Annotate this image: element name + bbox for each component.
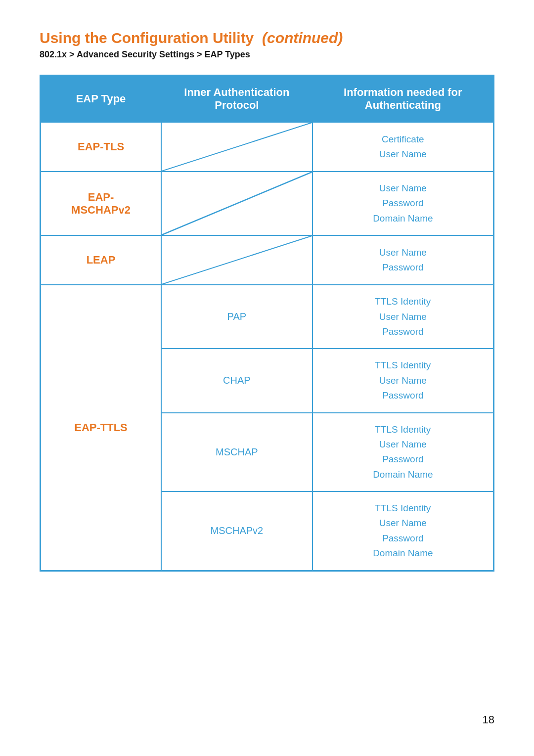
diagonal-cell-tls	[161, 122, 312, 172]
info-line: Password	[319, 260, 487, 275]
title-italic: (continued)	[262, 30, 343, 46]
eap-type-mschapv2: EAP-MSCHAPv2	[41, 172, 162, 235]
inner-auth-chap: CHAP	[161, 349, 312, 412]
info-line: Certificate	[319, 132, 487, 147]
table-row: EAP-MSCHAPv2 User Name Password Domain N…	[41, 172, 494, 235]
info-line: User Name	[319, 310, 487, 324]
inner-auth-mschap: MSCHAP	[161, 413, 312, 492]
eap-table: EAP Type Inner Authentication Protocol I…	[40, 75, 494, 572]
inner-auth-mschapv2-ttls: MSCHAPv2	[161, 491, 312, 571]
info-line: Password	[319, 388, 487, 403]
eap-type-ttls: EAP-TTLS	[41, 285, 162, 571]
info-line: TTLS Identity	[319, 501, 487, 516]
svg-line-1	[162, 172, 312, 235]
info-line: Password	[319, 531, 487, 546]
page-number: 18	[483, 713, 494, 726]
info-line: User Name	[319, 516, 487, 531]
page-header: Using the Configuration Utility (continu…	[40, 30, 494, 60]
info-line: User Name	[319, 437, 487, 452]
eap-type-leap: LEAP	[41, 235, 162, 285]
table-row: LEAP User Name Password	[41, 235, 494, 285]
info-line: TTLS Identity	[319, 294, 487, 309]
info-line: Password	[319, 196, 487, 211]
info-line: Domain Name	[319, 211, 487, 226]
info-line: Domain Name	[319, 546, 487, 561]
info-line: User Name	[319, 181, 487, 196]
info-line: Domain Name	[319, 467, 487, 482]
info-cell-tls: Certificate User Name	[312, 122, 494, 172]
info-cell-leap: User Name Password	[312, 235, 494, 285]
info-line: Password	[319, 452, 487, 467]
info-cell-mschap: TTLS Identity User Name Password Domain …	[312, 413, 494, 492]
breadcrumb: 802.1x > Advanced Security Settings > EA…	[40, 49, 494, 60]
info-cell-mschapv2-ttls: TTLS Identity User Name Password Domain …	[312, 491, 494, 571]
table-row: EAP-TLS Certificate User Name	[41, 122, 494, 172]
info-line: User Name	[319, 245, 487, 260]
info-cell-chap: TTLS Identity User Name Password	[312, 349, 494, 412]
main-title: Using the Configuration Utility (continu…	[40, 30, 494, 46]
title-regular: Using the Configuration Utility	[40, 30, 254, 46]
svg-line-0	[162, 123, 312, 171]
diagonal-cell-leap	[161, 235, 312, 285]
info-line: User Name	[319, 147, 487, 162]
svg-line-2	[162, 236, 312, 284]
inner-auth-pap: PAP	[161, 285, 312, 349]
table-header-row: EAP Type Inner Authentication Protocol I…	[41, 76, 494, 123]
info-line: TTLS Identity	[319, 422, 487, 437]
info-line: TTLS Identity	[319, 358, 487, 373]
col-info-needed: Information needed for Authenticating	[312, 76, 494, 123]
info-line: Password	[319, 324, 487, 339]
col-eap-type: EAP Type	[41, 76, 162, 123]
eap-type-tls: EAP-TLS	[41, 122, 162, 172]
info-line: User Name	[319, 373, 487, 388]
col-inner-auth: Inner Authentication Protocol	[161, 76, 312, 123]
info-cell-pap: TTLS Identity User Name Password	[312, 285, 494, 349]
diagonal-cell-mschapv2	[161, 172, 312, 235]
info-cell-mschapv2: User Name Password Domain Name	[312, 172, 494, 235]
table-row-ttls-pap: EAP-TTLS PAP TTLS Identity User Name Pas…	[41, 285, 494, 349]
